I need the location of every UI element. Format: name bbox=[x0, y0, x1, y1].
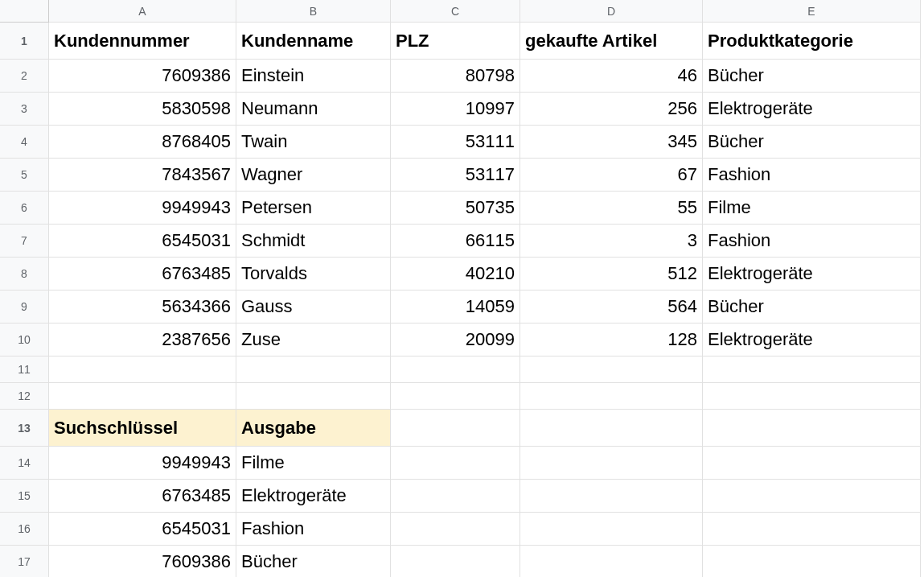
cell-A16[interactable]: 6545031 bbox=[49, 513, 236, 546]
cell-D14[interactable] bbox=[520, 447, 703, 480]
row-header-3[interactable]: 3 bbox=[0, 93, 49, 126]
row-header-9[interactable]: 9 bbox=[0, 291, 49, 324]
cell-C10[interactable]: 20099 bbox=[391, 324, 520, 357]
cell-D6[interactable]: 55 bbox=[520, 192, 703, 225]
cell-B4[interactable]: Twain bbox=[236, 126, 391, 159]
cell-B17[interactable]: Bücher bbox=[236, 546, 391, 577]
cell-C11[interactable] bbox=[391, 357, 520, 383]
row-header-14[interactable]: 14 bbox=[0, 447, 49, 480]
cell-D5[interactable]: 67 bbox=[520, 159, 703, 192]
cell-C8[interactable]: 40210 bbox=[391, 258, 520, 291]
cell-E11[interactable] bbox=[703, 357, 921, 383]
cell-C2[interactable]: 80798 bbox=[391, 60, 520, 93]
cell-B5[interactable]: Wagner bbox=[236, 159, 391, 192]
cell-E12[interactable] bbox=[703, 383, 921, 410]
cell-D17[interactable] bbox=[520, 546, 703, 577]
cell-C7[interactable]: 66115 bbox=[391, 225, 520, 258]
cell-C12[interactable] bbox=[391, 383, 520, 410]
cell-B9[interactable]: Gauss bbox=[236, 291, 391, 324]
cell-A9[interactable]: 5634366 bbox=[49, 291, 236, 324]
cell-A15[interactable]: 6763485 bbox=[49, 480, 236, 513]
row-header-2[interactable]: 2 bbox=[0, 60, 49, 93]
cell-B2[interactable]: Einstein bbox=[236, 60, 391, 93]
cell-C6[interactable]: 50735 bbox=[391, 192, 520, 225]
cell-E9[interactable]: Bücher bbox=[703, 291, 921, 324]
cell-A4[interactable]: 8768405 bbox=[49, 126, 236, 159]
row-header-17[interactable]: 17 bbox=[0, 546, 49, 577]
cell-C14[interactable] bbox=[391, 447, 520, 480]
cell-C9[interactable]: 14059 bbox=[391, 291, 520, 324]
cell-E8[interactable]: Elektrogeräte bbox=[703, 258, 921, 291]
cell-B6[interactable]: Petersen bbox=[236, 192, 391, 225]
cell-E7[interactable]: Fashion bbox=[703, 225, 921, 258]
row-header-6[interactable]: 6 bbox=[0, 192, 49, 225]
cell-B12[interactable] bbox=[236, 383, 391, 410]
cell-E1[interactable]: Produktkategorie bbox=[703, 23, 921, 60]
cell-E4[interactable]: Bücher bbox=[703, 126, 921, 159]
row-header-7[interactable]: 7 bbox=[0, 225, 49, 258]
cell-A8[interactable]: 6763485 bbox=[49, 258, 236, 291]
cell-D11[interactable] bbox=[520, 357, 703, 383]
cell-B1[interactable]: Kundenname bbox=[236, 23, 391, 60]
cell-E3[interactable]: Elektrogeräte bbox=[703, 93, 921, 126]
row-header-10[interactable]: 10 bbox=[0, 324, 49, 357]
cell-D10[interactable]: 128 bbox=[520, 324, 703, 357]
cell-A1[interactable]: Kundennummer bbox=[49, 23, 236, 60]
row-header-4[interactable]: 4 bbox=[0, 126, 49, 159]
col-header-E[interactable]: E bbox=[703, 0, 921, 23]
cell-D8[interactable]: 512 bbox=[520, 258, 703, 291]
cell-E5[interactable]: Fashion bbox=[703, 159, 921, 192]
col-header-B[interactable]: B bbox=[236, 0, 391, 23]
cell-D16[interactable] bbox=[520, 513, 703, 546]
cell-A13[interactable]: Suchschlüssel bbox=[49, 410, 236, 447]
cell-B8[interactable]: Torvalds bbox=[236, 258, 391, 291]
col-header-A[interactable]: A bbox=[49, 0, 236, 23]
cell-A6[interactable]: 9949943 bbox=[49, 192, 236, 225]
col-header-C[interactable]: C bbox=[391, 0, 520, 23]
cell-C5[interactable]: 53117 bbox=[391, 159, 520, 192]
cell-D7[interactable]: 3 bbox=[520, 225, 703, 258]
col-header-D[interactable]: D bbox=[520, 0, 703, 23]
cell-A2[interactable]: 7609386 bbox=[49, 60, 236, 93]
cell-B7[interactable]: Schmidt bbox=[236, 225, 391, 258]
cell-D1[interactable]: gekaufte Artikel bbox=[520, 23, 703, 60]
cell-D15[interactable] bbox=[520, 480, 703, 513]
cell-B11[interactable] bbox=[236, 357, 391, 383]
cell-E2[interactable]: Bücher bbox=[703, 60, 921, 93]
row-header-5[interactable]: 5 bbox=[0, 159, 49, 192]
cell-A7[interactable]: 6545031 bbox=[49, 225, 236, 258]
cell-A14[interactable]: 9949943 bbox=[49, 447, 236, 480]
row-header-13[interactable]: 13 bbox=[0, 410, 49, 447]
row-header-11[interactable]: 11 bbox=[0, 357, 49, 383]
cell-A17[interactable]: 7609386 bbox=[49, 546, 236, 577]
cell-C1[interactable]: PLZ bbox=[391, 23, 520, 60]
cell-D12[interactable] bbox=[520, 383, 703, 410]
cell-A12[interactable] bbox=[49, 383, 236, 410]
cell-C16[interactable] bbox=[391, 513, 520, 546]
cell-B15[interactable]: Elektrogeräte bbox=[236, 480, 391, 513]
cell-E6[interactable]: Filme bbox=[703, 192, 921, 225]
cell-B10[interactable]: Zuse bbox=[236, 324, 391, 357]
row-header-8[interactable]: 8 bbox=[0, 258, 49, 291]
cell-E16[interactable] bbox=[703, 513, 921, 546]
cell-A11[interactable] bbox=[49, 357, 236, 383]
cell-D2[interactable]: 46 bbox=[520, 60, 703, 93]
cell-A10[interactable]: 2387656 bbox=[49, 324, 236, 357]
cell-C3[interactable]: 10997 bbox=[391, 93, 520, 126]
cell-C15[interactable] bbox=[391, 480, 520, 513]
cell-C13[interactable] bbox=[391, 410, 520, 447]
cell-C4[interactable]: 53111 bbox=[391, 126, 520, 159]
cell-B16[interactable]: Fashion bbox=[236, 513, 391, 546]
cell-B14[interactable]: Filme bbox=[236, 447, 391, 480]
select-all-corner[interactable] bbox=[0, 0, 49, 23]
cell-E17[interactable] bbox=[703, 546, 921, 577]
spreadsheet[interactable]: A B C D E 1 Kundennummer Kundenname PLZ … bbox=[0, 0, 924, 577]
row-header-12[interactable]: 12 bbox=[0, 383, 49, 410]
row-header-15[interactable]: 15 bbox=[0, 480, 49, 513]
row-header-16[interactable]: 16 bbox=[0, 513, 49, 546]
cell-B13[interactable]: Ausgabe bbox=[236, 410, 391, 447]
cell-E15[interactable] bbox=[703, 480, 921, 513]
cell-D3[interactable]: 256 bbox=[520, 93, 703, 126]
cell-E13[interactable] bbox=[703, 410, 921, 447]
cell-B3[interactable]: Neumann bbox=[236, 93, 391, 126]
